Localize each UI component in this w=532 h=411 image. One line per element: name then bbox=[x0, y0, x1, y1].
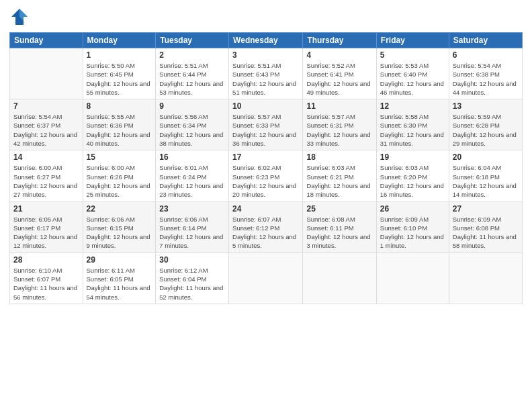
day-info: Sunrise: 5:58 AM Sunset: 6:30 PM Dayligh… bbox=[380, 112, 445, 148]
calendar-week-row: 28Sunrise: 6:10 AM Sunset: 6:07 PM Dayli… bbox=[10, 253, 523, 304]
day-number: 2 bbox=[159, 50, 225, 60]
day-number: 26 bbox=[380, 204, 445, 214]
day-info: Sunrise: 6:03 AM Sunset: 6:20 PM Dayligh… bbox=[380, 163, 445, 199]
day-number: 27 bbox=[453, 204, 519, 214]
calendar-day-header: Friday bbox=[376, 33, 449, 48]
day-number: 28 bbox=[13, 255, 79, 265]
day-info: Sunrise: 5:57 AM Sunset: 6:33 PM Dayligh… bbox=[232, 112, 299, 148]
calendar-cell bbox=[449, 253, 522, 304]
day-number: 16 bbox=[159, 152, 225, 162]
day-info: Sunrise: 5:50 AM Sunset: 6:45 PM Dayligh… bbox=[87, 61, 152, 97]
day-info: Sunrise: 6:04 AM Sunset: 6:18 PM Dayligh… bbox=[453, 163, 519, 199]
day-number: 9 bbox=[159, 101, 225, 111]
calendar-day-header: Saturday bbox=[449, 33, 522, 48]
day-info: Sunrise: 6:11 AM Sunset: 6:05 PM Dayligh… bbox=[87, 266, 152, 302]
calendar-cell: 4Sunrise: 5:52 AM Sunset: 6:41 PM Daylig… bbox=[303, 48, 376, 99]
calendar-cell: 28Sunrise: 6:10 AM Sunset: 6:07 PM Dayli… bbox=[10, 253, 83, 304]
day-number: 19 bbox=[380, 152, 445, 162]
day-number: 13 bbox=[453, 101, 519, 111]
calendar-week-row: 14Sunrise: 6:00 AM Sunset: 6:27 PM Dayli… bbox=[10, 150, 523, 201]
day-number: 12 bbox=[380, 101, 445, 111]
calendar-cell: 12Sunrise: 5:58 AM Sunset: 6:30 PM Dayli… bbox=[376, 99, 449, 150]
calendar-cell: 22Sunrise: 6:06 AM Sunset: 6:15 PM Dayli… bbox=[83, 201, 156, 253]
calendar-cell: 14Sunrise: 6:00 AM Sunset: 6:27 PM Dayli… bbox=[10, 150, 83, 201]
day-number: 18 bbox=[306, 152, 372, 162]
calendar-cell: 26Sunrise: 6:09 AM Sunset: 6:10 PM Dayli… bbox=[376, 201, 449, 253]
calendar-day-header: Wednesday bbox=[229, 33, 303, 48]
day-number: 21 bbox=[13, 204, 79, 214]
day-number: 22 bbox=[87, 204, 152, 214]
calendar-cell: 11Sunrise: 5:57 AM Sunset: 6:31 PM Dayli… bbox=[303, 99, 376, 150]
day-info: Sunrise: 5:54 AM Sunset: 6:37 PM Dayligh… bbox=[13, 112, 79, 148]
day-info: Sunrise: 6:03 AM Sunset: 6:21 PM Dayligh… bbox=[306, 163, 372, 199]
calendar-cell bbox=[229, 253, 303, 304]
day-info: Sunrise: 5:57 AM Sunset: 6:31 PM Dayligh… bbox=[306, 112, 372, 148]
day-info: Sunrise: 5:56 AM Sunset: 6:34 PM Dayligh… bbox=[159, 112, 225, 148]
day-info: Sunrise: 5:59 AM Sunset: 6:28 PM Dayligh… bbox=[453, 112, 519, 148]
calendar-cell: 3Sunrise: 5:51 AM Sunset: 6:43 PM Daylig… bbox=[229, 48, 303, 99]
day-number: 11 bbox=[306, 101, 372, 111]
calendar-week-row: 21Sunrise: 6:05 AM Sunset: 6:17 PM Dayli… bbox=[10, 201, 523, 253]
calendar-day-header: Sunday bbox=[10, 33, 83, 48]
day-info: Sunrise: 5:52 AM Sunset: 6:41 PM Dayligh… bbox=[306, 61, 372, 97]
calendar-day-header: Tuesday bbox=[156, 33, 229, 48]
day-info: Sunrise: 6:12 AM Sunset: 6:04 PM Dayligh… bbox=[159, 266, 225, 302]
day-info: Sunrise: 6:02 AM Sunset: 6:23 PM Dayligh… bbox=[232, 163, 299, 199]
day-info: Sunrise: 6:07 AM Sunset: 6:12 PM Dayligh… bbox=[232, 215, 299, 250]
day-info: Sunrise: 6:01 AM Sunset: 6:24 PM Dayligh… bbox=[159, 163, 225, 199]
day-number: 1 bbox=[87, 50, 152, 60]
calendar-cell: 21Sunrise: 6:05 AM Sunset: 6:17 PM Dayli… bbox=[10, 201, 83, 253]
logo-icon bbox=[9, 7, 30, 27]
day-info: Sunrise: 5:55 AM Sunset: 6:36 PM Dayligh… bbox=[87, 112, 152, 148]
day-number: 7 bbox=[13, 101, 79, 111]
calendar-cell: 8Sunrise: 5:55 AM Sunset: 6:36 PM Daylig… bbox=[83, 99, 156, 150]
calendar-cell: 19Sunrise: 6:03 AM Sunset: 6:20 PM Dayli… bbox=[376, 150, 449, 201]
day-number: 15 bbox=[87, 152, 152, 162]
day-number: 14 bbox=[13, 152, 79, 162]
day-number: 25 bbox=[306, 204, 372, 214]
calendar-cell: 24Sunrise: 6:07 AM Sunset: 6:12 PM Dayli… bbox=[229, 201, 303, 253]
day-info: Sunrise: 6:06 AM Sunset: 6:15 PM Dayligh… bbox=[87, 215, 152, 250]
day-number: 8 bbox=[87, 101, 152, 111]
calendar-cell: 30Sunrise: 6:12 AM Sunset: 6:04 PM Dayli… bbox=[156, 253, 229, 304]
day-number: 17 bbox=[232, 152, 299, 162]
calendar-cell: 2Sunrise: 5:51 AM Sunset: 6:44 PM Daylig… bbox=[156, 48, 229, 99]
calendar-cell: 15Sunrise: 6:00 AM Sunset: 6:26 PM Dayli… bbox=[83, 150, 156, 201]
calendar-cell: 7Sunrise: 5:54 AM Sunset: 6:37 PM Daylig… bbox=[10, 99, 83, 150]
day-info: Sunrise: 6:09 AM Sunset: 6:10 PM Dayligh… bbox=[380, 215, 445, 250]
day-number: 4 bbox=[306, 50, 372, 60]
logo bbox=[9, 7, 32, 27]
calendar-day-header: Monday bbox=[83, 33, 156, 48]
day-number: 24 bbox=[232, 204, 299, 214]
day-number: 30 bbox=[159, 255, 225, 265]
day-number: 6 bbox=[453, 50, 519, 60]
day-info: Sunrise: 6:00 AM Sunset: 6:27 PM Dayligh… bbox=[13, 163, 79, 199]
calendar-cell: 18Sunrise: 6:03 AM Sunset: 6:21 PM Dayli… bbox=[303, 150, 376, 201]
calendar-cell bbox=[303, 253, 376, 304]
day-number: 29 bbox=[87, 255, 152, 265]
day-info: Sunrise: 5:51 AM Sunset: 6:44 PM Dayligh… bbox=[159, 61, 225, 97]
calendar-cell: 6Sunrise: 5:54 AM Sunset: 6:38 PM Daylig… bbox=[449, 48, 522, 99]
calendar-table: SundayMondayTuesdayWednesdayThursdayFrid… bbox=[9, 32, 523, 304]
calendar-cell: 25Sunrise: 6:08 AM Sunset: 6:11 PM Dayli… bbox=[303, 201, 376, 253]
calendar-cell: 10Sunrise: 5:57 AM Sunset: 6:33 PM Dayli… bbox=[229, 99, 303, 150]
calendar-cell: 17Sunrise: 6:02 AM Sunset: 6:23 PM Dayli… bbox=[229, 150, 303, 201]
calendar-cell: 29Sunrise: 6:11 AM Sunset: 6:05 PM Dayli… bbox=[83, 253, 156, 304]
day-number: 20 bbox=[453, 152, 519, 162]
calendar-header-row: SundayMondayTuesdayWednesdayThursdayFrid… bbox=[10, 33, 523, 48]
calendar-cell: 23Sunrise: 6:06 AM Sunset: 6:14 PM Dayli… bbox=[156, 201, 229, 253]
day-info: Sunrise: 6:08 AM Sunset: 6:11 PM Dayligh… bbox=[306, 215, 372, 250]
calendar-cell: 5Sunrise: 5:53 AM Sunset: 6:40 PM Daylig… bbox=[376, 48, 449, 99]
page-container: SundayMondayTuesdayWednesdayThursdayFrid… bbox=[0, 0, 532, 411]
day-number: 23 bbox=[159, 204, 225, 214]
page-header bbox=[9, 7, 523, 27]
day-info: Sunrise: 6:05 AM Sunset: 6:17 PM Dayligh… bbox=[13, 215, 79, 250]
day-info: Sunrise: 6:00 AM Sunset: 6:26 PM Dayligh… bbox=[87, 163, 152, 199]
calendar-cell: 20Sunrise: 6:04 AM Sunset: 6:18 PM Dayli… bbox=[449, 150, 522, 201]
calendar-week-row: 7Sunrise: 5:54 AM Sunset: 6:37 PM Daylig… bbox=[10, 99, 523, 150]
calendar-cell bbox=[10, 48, 83, 99]
day-number: 5 bbox=[380, 50, 445, 60]
day-info: Sunrise: 5:51 AM Sunset: 6:43 PM Dayligh… bbox=[232, 61, 299, 97]
calendar-cell: 13Sunrise: 5:59 AM Sunset: 6:28 PM Dayli… bbox=[449, 99, 522, 150]
calendar-cell: 16Sunrise: 6:01 AM Sunset: 6:24 PM Dayli… bbox=[156, 150, 229, 201]
